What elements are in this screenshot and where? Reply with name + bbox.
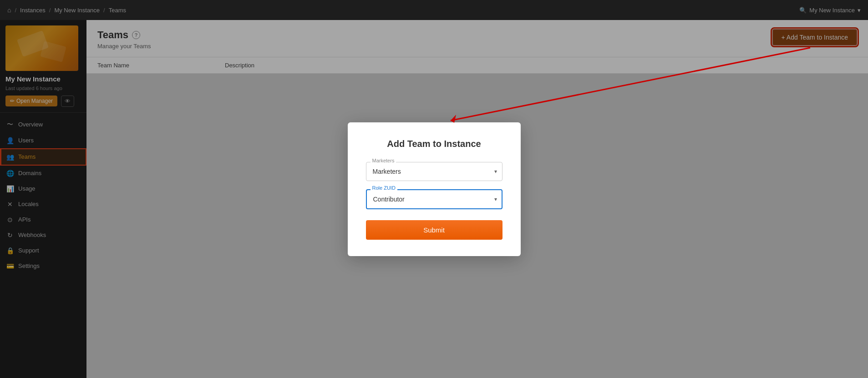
team-select-wrapper: Marketers Developers Editors ▾ bbox=[366, 162, 503, 181]
team-field-label: Marketers bbox=[371, 158, 396, 163]
role-field-group: Role ZUID Contributor Admin Publisher ▾ bbox=[366, 189, 503, 209]
team-field-group: Marketers Marketers Developers Editors ▾ bbox=[366, 162, 503, 181]
submit-button[interactable]: Submit bbox=[366, 220, 503, 240]
role-select-wrapper: Contributor Admin Publisher ▾ bbox=[366, 189, 503, 209]
role-select[interactable]: Contributor Admin Publisher bbox=[366, 189, 503, 209]
team-select[interactable]: Marketers Developers Editors bbox=[366, 162, 503, 181]
modal-overlay[interactable]: Add Team to Instance Marketers Marketers… bbox=[0, 0, 868, 378]
role-field-label: Role ZUID bbox=[371, 185, 397, 191]
modal-title: Add Team to Instance bbox=[366, 139, 503, 149]
add-team-modal: Add Team to Instance Marketers Marketers… bbox=[348, 122, 521, 256]
